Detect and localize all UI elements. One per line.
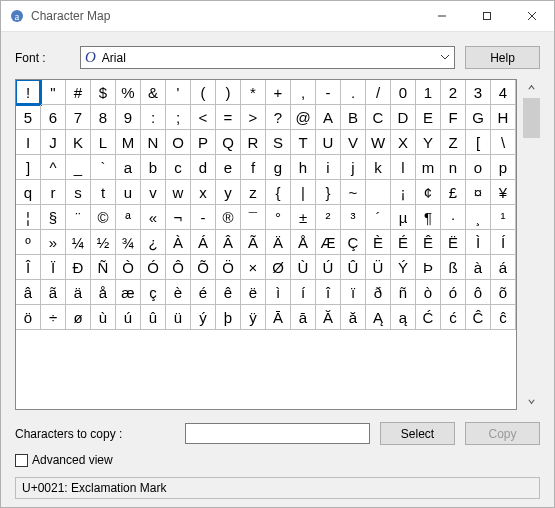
character-cell[interactable]: ë (241, 280, 266, 305)
character-cell[interactable]: ú (116, 305, 141, 330)
character-cell[interactable]: A (316, 105, 341, 130)
character-cell[interactable]: ì (266, 280, 291, 305)
character-cell[interactable]: 8 (91, 105, 116, 130)
character-cell[interactable]: ' (166, 80, 191, 105)
character-cell[interactable]: ½ (91, 230, 116, 255)
character-cell[interactable]: D (391, 105, 416, 130)
character-cell[interactable]: z (241, 180, 266, 205)
character-cell[interactable]: . (341, 80, 366, 105)
character-cell[interactable]: ê (216, 280, 241, 305)
character-cell[interactable]: l (391, 155, 416, 180)
character-cell[interactable]: Z (441, 130, 466, 155)
character-cell[interactable]: Ù (291, 255, 316, 280)
character-cell[interactable]: * (241, 80, 266, 105)
character-cell[interactable]: ¦ (16, 205, 41, 230)
character-cell[interactable]: ¸ (466, 205, 491, 230)
character-cell[interactable]: ³ (341, 205, 366, 230)
character-cell[interactable]: _ (66, 155, 91, 180)
character-cell[interactable]: ¬ (166, 205, 191, 230)
character-cell[interactable]: ÿ (241, 305, 266, 330)
character-cell[interactable]: E (416, 105, 441, 130)
character-cell[interactable]: 7 (66, 105, 91, 130)
character-cell[interactable]: Ý (391, 255, 416, 280)
character-cell[interactable]: Ò (116, 255, 141, 280)
character-cell[interactable]: Ü (366, 255, 391, 280)
character-cell[interactable]: ă (341, 305, 366, 330)
character-grid[interactable]: !"#$%&'()*+,-./0123456789:;<=>?@ABCDEFGH… (15, 79, 517, 410)
character-cell[interactable]: f (241, 155, 266, 180)
character-cell[interactable]: ć (441, 305, 466, 330)
character-cell[interactable]: e (216, 155, 241, 180)
character-cell[interactable]: X (391, 130, 416, 155)
character-cell[interactable]: j (341, 155, 366, 180)
character-cell[interactable]: a (116, 155, 141, 180)
character-cell[interactable]: ô (466, 280, 491, 305)
character-cell[interactable]: ó (441, 280, 466, 305)
character-cell[interactable] (366, 180, 391, 205)
character-cell[interactable]: H (491, 105, 516, 130)
character-cell[interactable]: < (191, 105, 216, 130)
character-cell[interactable]: è (166, 280, 191, 305)
character-cell[interactable]: Ä (266, 230, 291, 255)
character-cell[interactable]: Ø (266, 255, 291, 280)
character-cell[interactable]: É (391, 230, 416, 255)
character-cell[interactable]: § (41, 205, 66, 230)
character-cell[interactable]: M (116, 130, 141, 155)
character-cell[interactable]: å (91, 280, 116, 305)
character-cell[interactable]: B (341, 105, 366, 130)
character-cell[interactable]: i (316, 155, 341, 180)
character-cell[interactable]: Ć (416, 305, 441, 330)
character-cell[interactable]: ) (216, 80, 241, 105)
character-cell[interactable]: Ì (466, 230, 491, 255)
character-cell[interactable]: \ (491, 130, 516, 155)
character-cell[interactable]: P (191, 130, 216, 155)
scroll-up-button[interactable] (523, 79, 540, 96)
character-cell[interactable]: Á (191, 230, 216, 255)
character-cell[interactable]: V (341, 130, 366, 155)
copy-button[interactable]: Copy (465, 422, 540, 445)
character-cell[interactable]: q (16, 180, 41, 205)
character-cell[interactable]: + (266, 80, 291, 105)
font-select[interactable]: O Arial (80, 46, 455, 69)
character-cell[interactable]: ã (41, 280, 66, 305)
character-cell[interactable]: p (491, 155, 516, 180)
character-cell[interactable]: s (66, 180, 91, 205)
character-cell[interactable]: 6 (41, 105, 66, 130)
character-cell[interactable]: ä (66, 280, 91, 305)
character-cell[interactable]: o (466, 155, 491, 180)
character-cell[interactable]: L (91, 130, 116, 155)
character-cell[interactable]: @ (291, 105, 316, 130)
character-cell[interactable]: % (116, 80, 141, 105)
character-cell[interactable]: ° (266, 205, 291, 230)
character-cell[interactable]: Î (16, 255, 41, 280)
character-cell[interactable]: h (291, 155, 316, 180)
character-cell[interactable]: ! (16, 80, 41, 105)
character-cell[interactable]: â (16, 280, 41, 305)
scroll-thumb[interactable] (523, 98, 540, 138)
character-cell[interactable]: v (141, 180, 166, 205)
character-cell[interactable]: 0 (391, 80, 416, 105)
character-cell[interactable]: n (441, 155, 466, 180)
character-cell[interactable]: t (91, 180, 116, 205)
character-cell[interactable]: Ö (216, 255, 241, 280)
character-cell[interactable]: - (316, 80, 341, 105)
character-cell[interactable]: Â (216, 230, 241, 255)
character-cell[interactable]: y (216, 180, 241, 205)
character-cell[interactable]: î (316, 280, 341, 305)
character-cell[interactable]: ± (291, 205, 316, 230)
character-cell[interactable]: ¿ (141, 230, 166, 255)
character-cell[interactable]: ò (416, 280, 441, 305)
character-cell[interactable]: © (91, 205, 116, 230)
character-cell[interactable]: í (291, 280, 316, 305)
character-cell[interactable]: ą (391, 305, 416, 330)
character-cell[interactable]: K (66, 130, 91, 155)
character-cell[interactable]: Ą (366, 305, 391, 330)
character-cell[interactable]: Ă (316, 305, 341, 330)
advanced-view-checkbox[interactable] (15, 454, 28, 467)
character-cell[interactable]: × (241, 255, 266, 280)
character-cell[interactable]: ? (266, 105, 291, 130)
character-cell[interactable]: > (241, 105, 266, 130)
character-cell[interactable]: Þ (416, 255, 441, 280)
character-cell[interactable]: k (366, 155, 391, 180)
character-cell[interactable]: ā (291, 305, 316, 330)
